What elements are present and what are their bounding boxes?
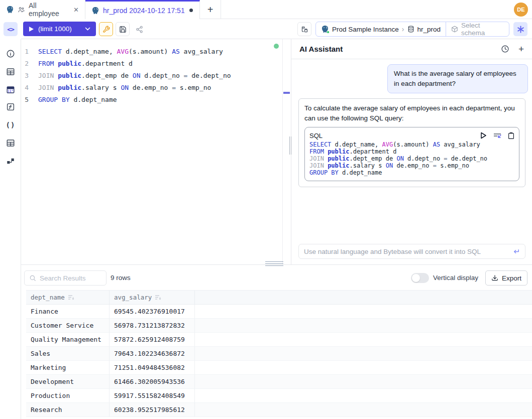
external-table-icon[interactable] <box>5 137 17 149</box>
ai-response-card: To calculate the average salary of emplo… <box>298 98 525 187</box>
download-icon <box>491 274 498 282</box>
toggle-editor-panel-button[interactable]: <> <box>4 22 18 36</box>
user-message-bubble: What is the average salary of employees … <box>387 64 528 93</box>
tab-bar: All employee ✕ hr_prod 2024-10-12 17:51 … <box>0 0 532 19</box>
table-cell[interactable]: 79643.102234636872 <box>110 347 195 361</box>
share-icon <box>136 26 143 33</box>
table-cell[interactable]: Research <box>26 403 110 417</box>
insert-code-icon[interactable] <box>493 132 501 139</box>
export-label: Export <box>502 274 521 282</box>
table-icon[interactable] <box>5 66 17 78</box>
procedure-icon[interactable]: () <box>5 119 17 131</box>
run-code-icon[interactable] <box>480 132 487 139</box>
instance-database-selector[interactable]: Prod Sample Instance › hr_prod <box>316 22 446 36</box>
close-icon[interactable]: ✕ <box>73 6 79 14</box>
ai-assistant-button[interactable] <box>513 22 527 36</box>
vertical-display-label: Vertical display <box>433 274 478 282</box>
results-grid-body: Finance69545.402376910017Customer Servic… <box>26 305 532 417</box>
search-results-box <box>24 270 107 286</box>
sql-editor-app: All employee ✕ hr_prod 2024-10-12 17:51 … <box>0 0 532 419</box>
vertical-display-toggle[interactable] <box>411 273 429 283</box>
tab-all-employee[interactable]: All employee ✕ <box>0 0 85 19</box>
data-table-icon[interactable] <box>5 84 17 96</box>
play-icon <box>29 26 34 32</box>
results-toolbar: 9 rows Vertical display Export <box>21 265 532 290</box>
ai-prompt-input[interactable] <box>304 248 512 255</box>
table-cell[interactable]: Customer Service <box>26 319 110 333</box>
ai-response-text: To calculate the average salary of emplo… <box>304 103 519 123</box>
new-chat-icon[interactable]: + <box>518 44 524 54</box>
table-cell-filler <box>195 403 532 417</box>
column-header-avg-salary[interactable]: avg_salary <box>110 291 195 304</box>
tab-label: hr_prod 2024-10-12 17:51 <box>103 7 185 15</box>
search-icon <box>29 274 36 282</box>
table-cell-filler <box>195 347 532 361</box>
sql-code: 1SELECT d.dept_name, AVG(s.amount) AS av… <box>21 46 282 106</box>
tab-hr-prod[interactable]: hr_prod 2024-10-12 17:51 <box>85 0 200 19</box>
sheet-connection-button[interactable] <box>297 22 311 36</box>
results-grid: dept_name avg_salary Finance69545.402376… <box>26 290 532 417</box>
table-cell[interactable]: 57872.625912408759 <box>110 333 195 347</box>
table-row[interactable]: Marketing71251.049484536082 <box>26 361 532 375</box>
table-row[interactable]: Sales79643.102234636872 <box>26 347 532 361</box>
table-cell[interactable]: 56978.731213872832 <box>110 319 195 333</box>
schema-placeholder: Select schema <box>461 22 504 37</box>
breadcrumb-separator: › <box>402 25 404 33</box>
table-cell[interactable]: Marketing <box>26 361 110 375</box>
wrench-icon <box>102 26 110 33</box>
ai-prompt-inputbox <box>298 244 525 259</box>
openai-icon <box>517 26 524 33</box>
copy-code-icon[interactable] <box>508 132 514 139</box>
code-language-label: SQL <box>309 132 323 139</box>
run-query-button[interactable]: (limit 1000) <box>23 22 96 36</box>
export-button[interactable]: Export <box>485 270 527 286</box>
info-icon[interactable] <box>5 48 17 60</box>
table-row[interactable]: Research60238.952517985612 <box>26 403 532 417</box>
ai-sql-code: SELECT d.dept_name, AVG(s.amount) AS avg… <box>309 141 514 176</box>
sort-icon[interactable] <box>68 295 74 300</box>
chevron-down-icon[interactable] <box>85 27 90 31</box>
ai-sql-code-block: SQL SELECT d.dept_name, AVG(s.amount) <box>304 127 519 181</box>
table-cell[interactable]: 60238.952517985612 <box>110 403 195 417</box>
table-row[interactable]: Production59917.551582408549 <box>26 389 532 403</box>
enter-key-icon[interactable] <box>512 248 520 255</box>
history-clock-icon[interactable] <box>501 45 509 53</box>
table-cell[interactable]: Development <box>26 375 110 389</box>
format-sql-button[interactable] <box>99 22 113 36</box>
table-cell-filler <box>195 389 532 403</box>
column-header-dept-name[interactable]: dept_name <box>26 291 110 304</box>
table-cell[interactable]: 61466.302005943536 <box>110 375 195 389</box>
column-header-filler <box>195 291 532 304</box>
schema-sidebar: () <box>0 39 21 419</box>
table-cell[interactable]: Finance <box>26 305 110 319</box>
database-name: hr_prod <box>417 26 441 33</box>
table-row[interactable]: Quality Management57872.625912408759 <box>26 333 532 347</box>
table-cell-filler <box>195 361 532 375</box>
table-cell[interactable]: Production <box>26 389 110 403</box>
table-cell[interactable]: Sales <box>26 347 110 361</box>
shared-users-icon <box>18 6 25 14</box>
save-sheet-button[interactable] <box>116 22 130 36</box>
editor-toolbar: <> (limit 1000) <box>0 19 532 39</box>
function-icon[interactable] <box>5 101 17 113</box>
table-row[interactable]: Finance69545.402376910017 <box>26 305 532 319</box>
share-sheet-button[interactable] <box>132 22 146 36</box>
table-row[interactable]: Development61466.302005943536 <box>26 375 532 389</box>
sql-editor[interactable]: 1SELECT d.dept_name, AVG(s.amount) AS av… <box>21 39 283 264</box>
select-schema-button[interactable]: Select schema <box>446 22 509 36</box>
table-cell[interactable]: 69545.402376910017 <box>110 305 195 319</box>
new-tab-button[interactable]: + <box>200 0 221 19</box>
avatar[interactable]: DE <box>514 3 528 17</box>
table-cell[interactable]: 59917.551582408549 <box>110 389 195 403</box>
table-cell[interactable]: Quality Management <box>26 333 110 347</box>
scrollbar-cursor-mark <box>283 92 290 94</box>
postgres-icon <box>321 25 329 33</box>
results-panel: 9 rows Vertical display Export dept_name <box>21 264 532 419</box>
row-count-label: 9 rows <box>111 274 131 282</box>
search-results-input[interactable] <box>40 274 101 282</box>
diagram-icon[interactable] <box>5 155 17 167</box>
sort-icon[interactable] <box>155 295 161 300</box>
table-row[interactable]: Customer Service56978.731213872832 <box>26 319 532 333</box>
table-cell[interactable]: 71251.049484536082 <box>110 361 195 375</box>
table-cell-filler <box>195 333 532 347</box>
